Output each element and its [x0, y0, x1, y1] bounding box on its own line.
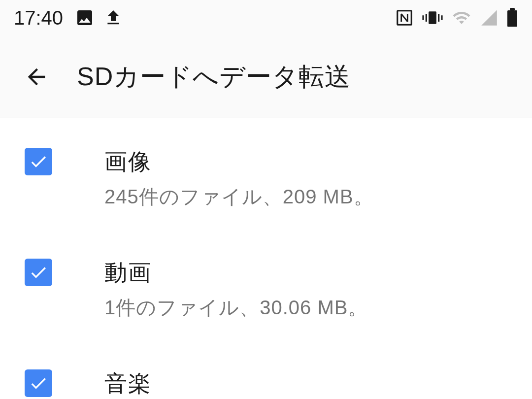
- svg-rect-1: [429, 11, 436, 24]
- item-title: 動画: [104, 258, 368, 288]
- status-bar-left: 17:40: [14, 7, 123, 29]
- app-bar: SDカードへデータ転送: [0, 35, 532, 118]
- item-content: 音楽 2件のファイル、113 MB。: [104, 368, 351, 399]
- back-arrow-icon: [24, 64, 49, 90]
- svg-rect-3: [438, 14, 439, 22]
- item-subtitle: 1件のファイル、30.06 MB。: [104, 294, 368, 321]
- svg-rect-2: [426, 14, 427, 22]
- content-list: 画像 245件のファイル、209 MB。 動画 1件のファイル、30.06 MB…: [0, 118, 532, 399]
- status-time: 17:40: [14, 7, 63, 29]
- check-icon: [29, 263, 48, 282]
- svg-rect-6: [507, 10, 517, 27]
- upload-icon: [103, 8, 123, 28]
- battery-icon: [506, 8, 518, 28]
- checkbox-images[interactable]: [25, 148, 52, 175]
- nfc-icon: [395, 8, 414, 27]
- item-content: 画像 245件のファイル、209 MB。: [104, 147, 374, 210]
- item-subtitle: 245件のファイル、209 MB。: [104, 183, 374, 210]
- checkbox-music[interactable]: [25, 369, 52, 397]
- image-icon: [75, 8, 95, 28]
- svg-rect-4: [422, 15, 424, 20]
- wifi-icon: [451, 8, 472, 27]
- item-title: 画像: [104, 147, 374, 177]
- signal-icon: [480, 8, 499, 27]
- back-button[interactable]: [24, 64, 49, 90]
- item-content: 動画 1件のファイル、30.06 MB。: [104, 258, 368, 321]
- status-left-icons: [75, 8, 123, 28]
- page-title: SDカードへデータ転送: [77, 60, 351, 94]
- svg-rect-7: [510, 8, 515, 10]
- svg-rect-5: [441, 15, 442, 20]
- status-bar: 17:40: [0, 0, 532, 35]
- list-item-videos[interactable]: 動画 1件のファイル、30.06 MB。: [0, 258, 532, 321]
- list-item-images[interactable]: 画像 245件のファイル、209 MB。: [0, 147, 532, 210]
- checkbox-videos[interactable]: [25, 259, 52, 286]
- status-bar-right: [395, 8, 518, 28]
- check-icon: [29, 373, 48, 393]
- check-icon: [29, 152, 48, 171]
- list-item-music[interactable]: 音楽 2件のファイル、113 MB。: [0, 368, 532, 399]
- vibrate-icon: [422, 8, 443, 27]
- item-title: 音楽: [104, 368, 351, 399]
